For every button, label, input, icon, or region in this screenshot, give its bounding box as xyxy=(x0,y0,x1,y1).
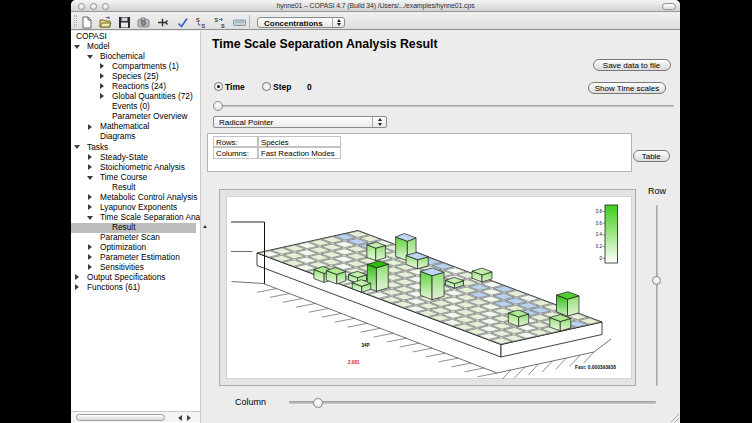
svg-text:S: S xyxy=(196,16,200,22)
svg-text:S: S xyxy=(221,22,225,28)
svg-text:34P: 34P xyxy=(362,343,370,348)
svg-text:Fast: 0.000393938: Fast: 0.000393938 xyxy=(575,365,616,370)
svg-text:0.6: 0.6 xyxy=(596,221,603,226)
svg-text:0.8: 0.8 xyxy=(596,209,603,214)
svg-text:0.4: 0.4 xyxy=(596,232,603,237)
svg-text:S: S xyxy=(215,17,219,23)
svg-text:0.2: 0.2 xyxy=(596,244,603,249)
svg-text:0: 0 xyxy=(599,256,602,261)
svg-text:2.081: 2.081 xyxy=(348,360,360,365)
svg-text:S: S xyxy=(202,22,206,28)
